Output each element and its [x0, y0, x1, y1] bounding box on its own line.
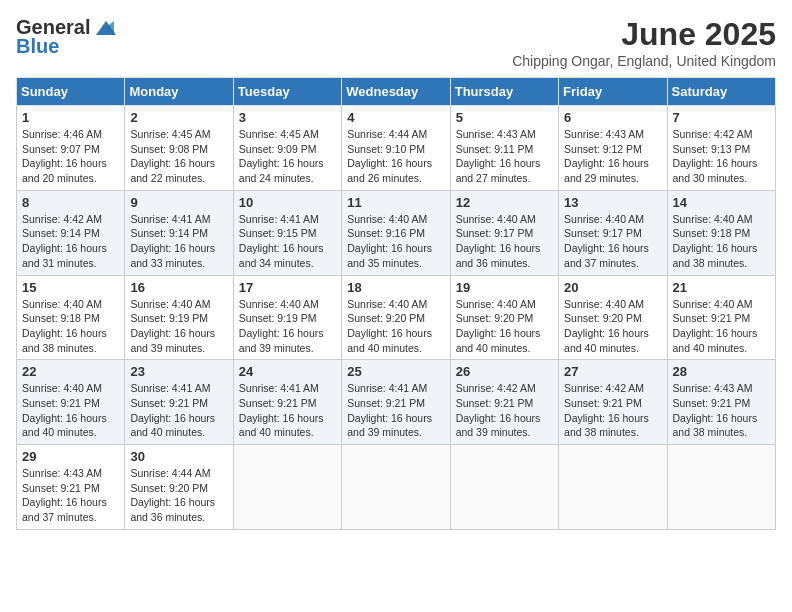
- calendar-cell: 20Sunrise: 4:40 AMSunset: 9:20 PMDayligh…: [559, 275, 667, 360]
- day-number: 28: [673, 364, 770, 379]
- calendar-cell: 4Sunrise: 4:44 AMSunset: 9:10 PMDaylight…: [342, 106, 450, 191]
- day-info: Sunrise: 4:41 AMSunset: 9:21 PMDaylight:…: [239, 381, 336, 440]
- day-info: Sunrise: 4:43 AMSunset: 9:12 PMDaylight:…: [564, 127, 661, 186]
- day-number: 21: [673, 280, 770, 295]
- day-info: Sunrise: 4:40 AMSunset: 9:17 PMDaylight:…: [456, 212, 553, 271]
- day-number: 1: [22, 110, 119, 125]
- day-number: 23: [130, 364, 227, 379]
- calendar-cell: 7Sunrise: 4:42 AMSunset: 9:13 PMDaylight…: [667, 106, 775, 191]
- day-number: 6: [564, 110, 661, 125]
- calendar-cell: 9Sunrise: 4:41 AMSunset: 9:14 PMDaylight…: [125, 190, 233, 275]
- day-number: 15: [22, 280, 119, 295]
- calendar-cell: 6Sunrise: 4:43 AMSunset: 9:12 PMDaylight…: [559, 106, 667, 191]
- month-title: June 2025: [512, 16, 776, 53]
- day-info: Sunrise: 4:42 AMSunset: 9:21 PMDaylight:…: [564, 381, 661, 440]
- day-number: 16: [130, 280, 227, 295]
- day-number: 26: [456, 364, 553, 379]
- weekday-header: Monday: [125, 78, 233, 106]
- weekday-header: Wednesday: [342, 78, 450, 106]
- calendar-cell: 13Sunrise: 4:40 AMSunset: 9:17 PMDayligh…: [559, 190, 667, 275]
- title-section: June 2025 Chipping Ongar, England, Unite…: [512, 16, 776, 69]
- calendar-cell: 8Sunrise: 4:42 AMSunset: 9:14 PMDaylight…: [17, 190, 125, 275]
- day-info: Sunrise: 4:40 AMSunset: 9:21 PMDaylight:…: [22, 381, 119, 440]
- calendar-cell: 17Sunrise: 4:40 AMSunset: 9:19 PMDayligh…: [233, 275, 341, 360]
- day-info: Sunrise: 4:41 AMSunset: 9:21 PMDaylight:…: [130, 381, 227, 440]
- day-number: 9: [130, 195, 227, 210]
- day-info: Sunrise: 4:42 AMSunset: 9:14 PMDaylight:…: [22, 212, 119, 271]
- day-number: 14: [673, 195, 770, 210]
- calendar-cell: 25Sunrise: 4:41 AMSunset: 9:21 PMDayligh…: [342, 360, 450, 445]
- day-info: Sunrise: 4:40 AMSunset: 9:18 PMDaylight:…: [22, 297, 119, 356]
- day-number: 13: [564, 195, 661, 210]
- calendar-cell: 18Sunrise: 4:40 AMSunset: 9:20 PMDayligh…: [342, 275, 450, 360]
- calendar-table: SundayMondayTuesdayWednesdayThursdayFrid…: [16, 77, 776, 530]
- calendar-cell: [342, 445, 450, 530]
- calendar-cell: [667, 445, 775, 530]
- day-number: 18: [347, 280, 444, 295]
- calendar-cell: 10Sunrise: 4:41 AMSunset: 9:15 PMDayligh…: [233, 190, 341, 275]
- calendar-cell: [559, 445, 667, 530]
- day-info: Sunrise: 4:45 AMSunset: 9:09 PMDaylight:…: [239, 127, 336, 186]
- calendar-cell: 3Sunrise: 4:45 AMSunset: 9:09 PMDaylight…: [233, 106, 341, 191]
- calendar-cell: 30Sunrise: 4:44 AMSunset: 9:20 PMDayligh…: [125, 445, 233, 530]
- logo-icon: [92, 17, 120, 39]
- day-info: Sunrise: 4:46 AMSunset: 9:07 PMDaylight:…: [22, 127, 119, 186]
- day-info: Sunrise: 4:42 AMSunset: 9:21 PMDaylight:…: [456, 381, 553, 440]
- day-info: Sunrise: 4:41 AMSunset: 9:21 PMDaylight:…: [347, 381, 444, 440]
- day-number: 17: [239, 280, 336, 295]
- day-info: Sunrise: 4:40 AMSunset: 9:20 PMDaylight:…: [456, 297, 553, 356]
- day-number: 4: [347, 110, 444, 125]
- day-info: Sunrise: 4:43 AMSunset: 9:11 PMDaylight:…: [456, 127, 553, 186]
- day-number: 29: [22, 449, 119, 464]
- day-number: 2: [130, 110, 227, 125]
- day-number: 25: [347, 364, 444, 379]
- day-number: 20: [564, 280, 661, 295]
- calendar-cell: 22Sunrise: 4:40 AMSunset: 9:21 PMDayligh…: [17, 360, 125, 445]
- weekday-header: Thursday: [450, 78, 558, 106]
- day-info: Sunrise: 4:40 AMSunset: 9:21 PMDaylight:…: [673, 297, 770, 356]
- day-info: Sunrise: 4:44 AMSunset: 9:10 PMDaylight:…: [347, 127, 444, 186]
- day-number: 30: [130, 449, 227, 464]
- day-number: 22: [22, 364, 119, 379]
- calendar-cell: 15Sunrise: 4:40 AMSunset: 9:18 PMDayligh…: [17, 275, 125, 360]
- weekday-header: Sunday: [17, 78, 125, 106]
- page-header: General Blue June 2025 Chipping Ongar, E…: [16, 16, 776, 69]
- day-info: Sunrise: 4:40 AMSunset: 9:17 PMDaylight:…: [564, 212, 661, 271]
- weekday-header: Friday: [559, 78, 667, 106]
- calendar-cell: 2Sunrise: 4:45 AMSunset: 9:08 PMDaylight…: [125, 106, 233, 191]
- calendar-cell: [233, 445, 341, 530]
- day-number: 7: [673, 110, 770, 125]
- calendar-cell: 23Sunrise: 4:41 AMSunset: 9:21 PMDayligh…: [125, 360, 233, 445]
- calendar-cell: 11Sunrise: 4:40 AMSunset: 9:16 PMDayligh…: [342, 190, 450, 275]
- day-info: Sunrise: 4:43 AMSunset: 9:21 PMDaylight:…: [22, 466, 119, 525]
- day-number: 5: [456, 110, 553, 125]
- day-info: Sunrise: 4:40 AMSunset: 9:18 PMDaylight:…: [673, 212, 770, 271]
- day-number: 11: [347, 195, 444, 210]
- day-number: 19: [456, 280, 553, 295]
- day-info: Sunrise: 4:40 AMSunset: 9:19 PMDaylight:…: [239, 297, 336, 356]
- day-info: Sunrise: 4:41 AMSunset: 9:14 PMDaylight:…: [130, 212, 227, 271]
- day-number: 8: [22, 195, 119, 210]
- calendar-cell: 21Sunrise: 4:40 AMSunset: 9:21 PMDayligh…: [667, 275, 775, 360]
- weekday-header: Saturday: [667, 78, 775, 106]
- day-info: Sunrise: 4:40 AMSunset: 9:20 PMDaylight:…: [564, 297, 661, 356]
- day-info: Sunrise: 4:44 AMSunset: 9:20 PMDaylight:…: [130, 466, 227, 525]
- day-info: Sunrise: 4:40 AMSunset: 9:19 PMDaylight:…: [130, 297, 227, 356]
- day-info: Sunrise: 4:40 AMSunset: 9:16 PMDaylight:…: [347, 212, 444, 271]
- calendar-cell: 16Sunrise: 4:40 AMSunset: 9:19 PMDayligh…: [125, 275, 233, 360]
- location-text: Chipping Ongar, England, United Kingdom: [512, 53, 776, 69]
- calendar-cell: 28Sunrise: 4:43 AMSunset: 9:21 PMDayligh…: [667, 360, 775, 445]
- calendar-cell: 12Sunrise: 4:40 AMSunset: 9:17 PMDayligh…: [450, 190, 558, 275]
- day-info: Sunrise: 4:42 AMSunset: 9:13 PMDaylight:…: [673, 127, 770, 186]
- calendar-cell: 14Sunrise: 4:40 AMSunset: 9:18 PMDayligh…: [667, 190, 775, 275]
- calendar-cell: 19Sunrise: 4:40 AMSunset: 9:20 PMDayligh…: [450, 275, 558, 360]
- day-number: 12: [456, 195, 553, 210]
- day-info: Sunrise: 4:45 AMSunset: 9:08 PMDaylight:…: [130, 127, 227, 186]
- day-number: 27: [564, 364, 661, 379]
- calendar-cell: 5Sunrise: 4:43 AMSunset: 9:11 PMDaylight…: [450, 106, 558, 191]
- day-info: Sunrise: 4:41 AMSunset: 9:15 PMDaylight:…: [239, 212, 336, 271]
- day-info: Sunrise: 4:40 AMSunset: 9:20 PMDaylight:…: [347, 297, 444, 356]
- calendar-cell: 24Sunrise: 4:41 AMSunset: 9:21 PMDayligh…: [233, 360, 341, 445]
- calendar-cell: [450, 445, 558, 530]
- day-number: 10: [239, 195, 336, 210]
